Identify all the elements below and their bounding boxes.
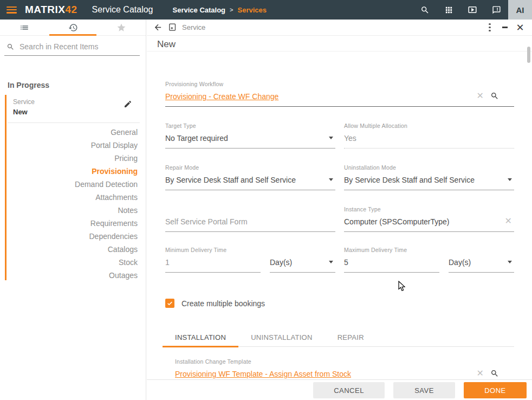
arrow-back-icon — [153, 23, 163, 32]
clear-icon[interactable]: ✕ — [477, 91, 484, 101]
sidebar-item-catalogs[interactable]: Catalogs — [13, 243, 138, 256]
allow-multiple-allocation-value: Yes — [344, 134, 356, 143]
sidebar-item-notes[interactable]: Notes — [13, 204, 138, 217]
apps-grid-icon — [444, 5, 453, 15]
chevron-down-icon[interactable] — [329, 261, 333, 263]
installation-change-template-link[interactable]: Provisioning WF Template - Assign Asset … — [175, 370, 351, 378]
panel-object-type: Service — [182, 23, 205, 31]
sidebar-item-pricing[interactable]: Pricing — [13, 152, 138, 165]
pencil-icon — [124, 100, 132, 108]
current-item[interactable]: Service New — [13, 98, 140, 116]
tab-favorites[interactable] — [97, 20, 146, 35]
global-search-button[interactable] — [413, 0, 437, 20]
clear-icon[interactable]: ✕ — [477, 368, 484, 378]
chevron-down-icon[interactable] — [329, 178, 333, 181]
instance-type-value: Computer (SPSComputerType) — [344, 217, 450, 226]
field-provisioning-workflow: Provisioning Workflow Provisioning - Cre… — [165, 81, 514, 107]
sidebar-tabs — [0, 20, 146, 36]
history-icon — [68, 23, 78, 33]
field-label: Installation Change Template — [175, 358, 514, 365]
field-allow-multiple-allocation: Allow Multiple Allocation Yes — [344, 122, 514, 149]
field-maximum-delivery-unit: Day(s) — [449, 247, 514, 273]
tab-installation[interactable]: INSTALLATION — [163, 327, 238, 347]
checkbox-label: Create multiple bookings — [181, 299, 265, 308]
sidebar-item-requirements[interactable]: Requirements — [13, 217, 138, 230]
tutorials-button[interactable] — [460, 0, 484, 20]
in-progress-heading: In Progress — [8, 81, 49, 89]
search-icon — [420, 5, 430, 15]
done-button[interactable]: DONE — [464, 382, 527, 398]
lookup-search-button[interactable] — [490, 92, 499, 102]
app-launcher-button[interactable] — [437, 0, 460, 20]
target-type-select[interactable]: No Target required — [165, 134, 228, 143]
back-button[interactable] — [153, 23, 163, 32]
close-icon[interactable]: ✕ — [512, 21, 528, 34]
lookup-search-button[interactable] — [490, 369, 499, 380]
create-multiple-bookings-checkbox[interactable]: Create multiple bookings — [165, 299, 265, 308]
save-button[interactable]: SAVE — [393, 382, 455, 398]
clear-icon[interactable]: ✕ — [505, 216, 512, 226]
breadcrumb-current[interactable]: Services — [238, 6, 267, 14]
maximum-delivery-unit-select[interactable]: Day(s) — [449, 258, 471, 267]
star-icon — [116, 23, 126, 33]
search-icon — [7, 43, 15, 51]
chevron-down-icon[interactable] — [329, 137, 333, 139]
field-self-service-portal-form — [165, 206, 335, 232]
scrollbar-thumb[interactable] — [527, 47, 530, 63]
field-target-type: Target Type No Target required — [165, 122, 335, 149]
detail-panel: Service ✕ New Provisioning Workflow Prov… — [147, 20, 532, 400]
menu-icon[interactable] — [7, 7, 17, 14]
cancel-button[interactable]: CANCEL — [313, 382, 385, 398]
breadcrumb: Service Catalog > Services — [173, 6, 267, 14]
search-input[interactable] — [20, 42, 128, 51]
sidebar-item-portal-display[interactable]: Portal Display — [13, 139, 138, 152]
feedback-button[interactable] — [484, 0, 508, 20]
sidebar-item-general[interactable]: General — [13, 126, 138, 139]
chat-icon — [492, 5, 501, 15]
checkbox-checked-icon[interactable] — [165, 299, 174, 308]
sidebar-item-stock[interactable]: Stock — [13, 256, 138, 269]
provisioning-workflow-link[interactable]: Provisioning - Create WF Change — [165, 92, 278, 101]
user-avatar[interactable]: AI — [508, 0, 532, 20]
breadcrumb-root[interactable]: Service Catalog — [173, 6, 226, 14]
current-item-type: Service — [13, 98, 140, 106]
self-service-portal-form-input[interactable] — [165, 217, 335, 226]
field-uninstallation-mode: Uninstallation Mode By Service Desk Staf… — [344, 164, 514, 190]
current-item-name: New — [13, 108, 140, 116]
chevron-down-icon[interactable] — [508, 178, 512, 181]
sidebar-item-outages[interactable]: Outages — [13, 269, 138, 282]
tab-uninstallation[interactable]: UNINSTALLATION — [238, 327, 325, 347]
field-label: Uninstallation Mode — [344, 164, 514, 171]
list-icon — [20, 23, 29, 33]
field-label: Provisioning Workflow — [165, 81, 514, 87]
field-minimum-delivery-unit: Day(s) — [270, 247, 335, 273]
section-nav: General Portal Display Pricing Provision… — [13, 126, 138, 282]
sidebar-item-provisioning[interactable]: Provisioning — [13, 165, 138, 178]
minimum-delivery-time-input[interactable]: 1 — [165, 258, 170, 267]
app-title: Service Catalog — [92, 5, 153, 15]
field-instance-type: Instance Type Computer (SPSComputerType)… — [344, 206, 514, 232]
minimize-button[interactable] — [497, 21, 512, 34]
more-options-button[interactable] — [482, 21, 497, 34]
field-label: Repair Mode — [165, 164, 335, 171]
field-label: Target Type — [165, 122, 335, 129]
sidebar-item-attachments[interactable]: Attachments — [13, 191, 138, 204]
divider — [8, 122, 140, 123]
field-maximum-delivery-time: Maximum Delivery Time 5 — [344, 247, 439, 273]
field-repair-mode: Repair Mode By Service Desk Staff and Se… — [165, 164, 335, 190]
tab-recent-items[interactable] — [49, 20, 98, 35]
tab-navigation-list[interactable] — [0, 20, 49, 35]
edit-item-button[interactable] — [124, 100, 132, 111]
field-label: Instance Type — [344, 206, 514, 212]
field-label: Allow Multiple Allocation — [344, 122, 514, 129]
sidebar-item-dependencies[interactable]: Dependencies — [13, 230, 138, 243]
repair-mode-select[interactable]: By Service Desk Staff and Self Service — [165, 176, 296, 184]
sidebar-item-demand-detection[interactable]: Demand Detection — [13, 178, 138, 191]
chevron-down-icon[interactable] — [508, 261, 512, 263]
divider — [147, 51, 532, 51]
tab-repair[interactable]: REPAIR — [325, 327, 377, 347]
uninstallation-mode-select[interactable]: By Service Desk Staff and Self Service — [344, 176, 475, 184]
breadcrumb-separator: > — [230, 7, 233, 13]
minimum-delivery-unit-select[interactable]: Day(s) — [270, 258, 292, 267]
maximum-delivery-time-input[interactable]: 5 — [344, 258, 348, 267]
